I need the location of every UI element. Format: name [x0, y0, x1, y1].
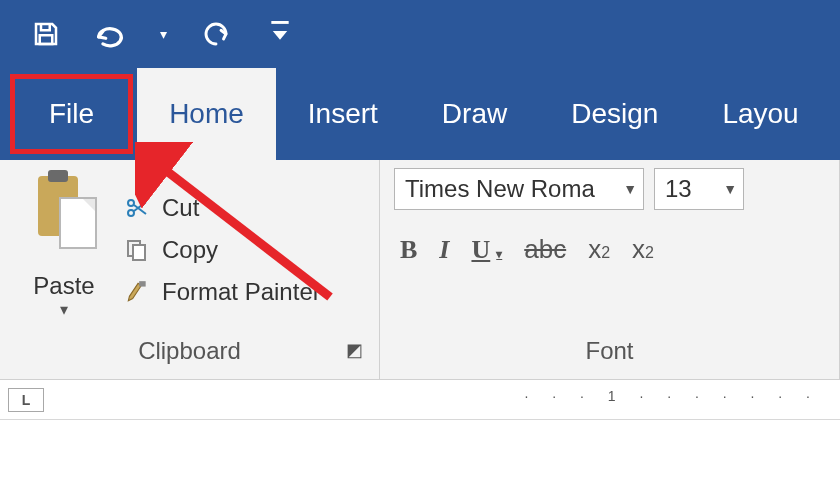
tab-selector[interactable]: L	[8, 388, 44, 412]
chevron-down-icon: ▼	[723, 181, 737, 197]
superscript-sup: 2	[645, 244, 654, 262]
superscript-button[interactable]: x2	[632, 234, 654, 265]
paste-dropdown-icon[interactable]: ▾	[14, 300, 114, 319]
clipboard-group-label: Clipboard	[138, 337, 241, 364]
svg-rect-3	[48, 170, 68, 182]
format-painter-label: Format Painter	[162, 278, 321, 306]
cut-label: Cut	[162, 194, 199, 222]
copy-button[interactable]: Copy	[122, 236, 321, 264]
format-painter-button[interactable]: Format Painter	[122, 278, 321, 306]
svg-rect-9	[139, 281, 146, 286]
subscript-base: x	[588, 234, 601, 265]
font-group-label: Font	[585, 337, 633, 364]
subscript-sub: 2	[601, 244, 610, 262]
subscript-button[interactable]: x2	[588, 234, 610, 265]
scissors-icon	[122, 196, 152, 220]
undo-icon[interactable]	[92, 16, 128, 52]
chevron-down-icon: ▾	[496, 247, 502, 262]
tab-home[interactable]: Home	[137, 68, 276, 160]
undo-more-icon[interactable]: ▾	[156, 16, 170, 52]
font-family-combo[interactable]: Times New Roma ▼	[394, 168, 644, 210]
italic-button[interactable]: I	[439, 235, 449, 265]
ribbon-tabs: File Home Insert Draw Design Layou	[0, 68, 840, 160]
copy-label: Copy	[162, 236, 218, 264]
tab-design[interactable]: Design	[539, 68, 690, 160]
paintbrush-icon	[122, 279, 152, 305]
font-size-combo[interactable]: 13 ▼	[654, 168, 744, 210]
clipboard-launcher-icon[interactable]: ◩	[346, 339, 363, 361]
svg-rect-8	[133, 245, 145, 260]
group-clipboard: Paste ▾ Cut Copy	[0, 160, 380, 379]
svg-point-5	[128, 200, 134, 206]
copy-icon	[122, 238, 152, 262]
redo-icon[interactable]	[198, 16, 234, 52]
ruler-tick-1: · · · 1 · · · · · · ·	[524, 388, 820, 404]
paste-button[interactable]: Paste ▾	[14, 168, 114, 331]
group-font: Times New Roma ▼ 13 ▼ B I U ▾ abc x2	[380, 160, 840, 379]
font-family-value: Times New Roma	[405, 175, 595, 203]
ribbon: Paste ▾ Cut Copy	[0, 160, 840, 380]
underline-label: U	[471, 235, 490, 265]
svg-rect-0	[40, 35, 53, 44]
cut-button[interactable]: Cut	[122, 194, 321, 222]
tab-layout[interactable]: Layou	[690, 68, 830, 160]
strikethrough-button[interactable]: abc	[524, 234, 566, 265]
svg-rect-1	[271, 21, 288, 24]
paste-label: Paste	[14, 272, 114, 300]
font-size-value: 13	[665, 175, 692, 203]
save-icon[interactable]	[28, 16, 64, 52]
chevron-down-icon: ▼	[623, 181, 637, 197]
ruler: L · · · 1 · · · · · · ·	[0, 380, 840, 420]
tab-file[interactable]: File	[10, 74, 133, 154]
tab-insert[interactable]: Insert	[276, 68, 410, 160]
paste-icon	[14, 168, 114, 268]
customize-qat-icon[interactable]	[262, 16, 298, 52]
superscript-base: x	[632, 234, 645, 265]
underline-button[interactable]: U ▾	[471, 235, 502, 265]
tab-draw[interactable]: Draw	[410, 68, 539, 160]
svg-point-6	[128, 210, 134, 216]
quick-access-toolbar: ▾	[0, 0, 840, 68]
bold-button[interactable]: B	[400, 235, 417, 265]
